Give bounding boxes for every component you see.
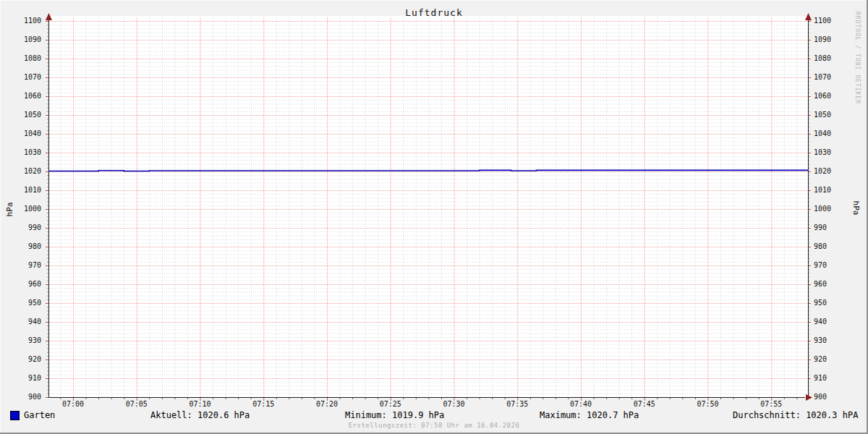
y-axis-tick-label-right: 940 <box>814 318 855 326</box>
pressure-chart-plot <box>0 0 868 434</box>
x-axis-tick-label: 07:25 <box>365 400 416 409</box>
y-axis-tick-label-right: 1050 <box>814 111 855 119</box>
y-axis-tick-label-left: 1020 <box>0 167 41 176</box>
chart-title: Luftdruck <box>0 7 868 18</box>
y-axis-tick-label-right: 1030 <box>814 148 855 157</box>
stat-durchschnitt: Durchschnitt: 1020.3 hPA <box>733 410 858 420</box>
y-axis-tick-label-right: 1010 <box>814 186 855 195</box>
y-axis-tick-label-right: 900 <box>814 393 855 401</box>
rrdtool-watermark: RRDTOOL / TOBI OETIKER <box>854 12 861 104</box>
y-axis-tick-label-left: 1060 <box>0 92 41 101</box>
x-axis-tick-label: 07:55 <box>746 400 796 409</box>
y-axis-tick-label-right: 930 <box>814 336 855 345</box>
y-axis-tick-label-right: 920 <box>814 355 855 364</box>
y-axis-tick-label-left: 1050 <box>0 111 41 119</box>
x-axis-tick-label: 07:00 <box>48 400 98 409</box>
x-axis-tick-label: 07:40 <box>556 400 606 409</box>
y-axis-tick-label-right: 990 <box>814 224 855 232</box>
series-legend-label: Garten <box>24 410 55 420</box>
creation-timestamp: Erstellungszeit: 07:58 Uhr am 16.04.2026 <box>0 422 868 429</box>
y-axis-tick-label-right: 1040 <box>814 129 855 138</box>
y-axis-tick-label-right: 1100 <box>814 17 855 25</box>
y-axis-tick-label-left: 920 <box>0 355 41 364</box>
y-axis-tick-label-left: 1080 <box>0 54 41 63</box>
y-axis-tick-label-left: 1070 <box>0 73 41 82</box>
stat-aktuell: Aktuell: 1020.6 hPa <box>150 410 250 420</box>
series-color-swatch <box>10 411 20 420</box>
y-axis-tick-label-left: 970 <box>0 261 41 270</box>
y-axis-tick-label-left: 1030 <box>0 148 41 157</box>
y-axis-tick-label-left: 960 <box>0 280 41 289</box>
y-axis-tick-label-left: 910 <box>0 374 41 383</box>
y-axis-tick-label-right: 1080 <box>814 54 855 63</box>
x-axis-tick-label: 07:45 <box>619 400 670 409</box>
y-axis-tick-label-left: 930 <box>0 336 41 345</box>
y-axis-tick-label-left: 1090 <box>0 35 41 44</box>
y-axis-tick-label-right: 1020 <box>814 167 855 176</box>
y-axis-tick-label-right: 950 <box>814 299 855 307</box>
x-axis-tick-label: 07:20 <box>302 400 352 409</box>
x-axis-tick-label: 07:10 <box>175 400 226 409</box>
y-axis-tick-label-left: 940 <box>0 318 41 326</box>
y-axis-tick-label-left: 1040 <box>0 129 41 138</box>
stat-maximum: Maximum: 1020.7 hPa <box>540 410 639 420</box>
x-axis-tick-label: 07:50 <box>683 400 733 409</box>
y-axis-tick-label-right: 1090 <box>814 35 855 44</box>
y-axis-tick-label-right: 980 <box>814 242 855 251</box>
y-axis-tick-label-right: 1070 <box>814 73 855 82</box>
y-axis-tick-label-right: 1000 <box>814 205 855 213</box>
y-axis-tick-label-right: 970 <box>814 261 855 270</box>
stat-minimum: Minimum: 1019.9 hPa <box>345 410 444 420</box>
y-axis-tick-label-right: 960 <box>814 280 855 289</box>
y-axis-tick-label-right: 910 <box>814 374 855 383</box>
x-axis-tick-label: 07:30 <box>429 400 480 409</box>
y-axis-tick-label-right: 1060 <box>814 92 855 101</box>
y-axis-tick-label-left: 990 <box>0 224 41 232</box>
legend-row: Garten Aktuell: 1020.6 hPa Minimum: 1019… <box>0 410 868 420</box>
x-axis-tick-label: 07:35 <box>492 400 542 409</box>
x-axis-tick-label: 07:05 <box>111 400 162 409</box>
y-axis-tick-label-left: 1010 <box>0 186 41 195</box>
y-axis-tick-label-left: 1000 <box>0 205 41 213</box>
y-axis-tick-label-left: 900 <box>0 393 41 401</box>
y-axis-tick-label-left: 980 <box>0 242 41 251</box>
y-axis-tick-label-left: 1100 <box>0 17 41 25</box>
rrdtool-graph: Luftdruck RRDTOOL / TOBI OETIKER hPa hPa… <box>0 0 868 434</box>
x-axis-tick-label: 07:15 <box>238 400 289 409</box>
y-axis-tick-label-left: 950 <box>0 299 41 307</box>
